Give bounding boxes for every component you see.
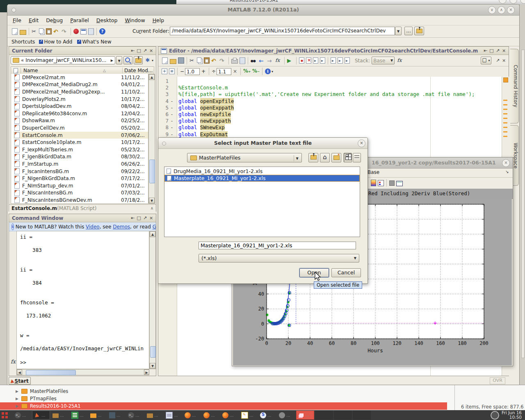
back-icon[interactable]: [259, 57, 265, 64]
expander-icon[interactable]: ▶: [16, 404, 20, 408]
spacing-value-input[interactable]: 1.1: [217, 68, 231, 75]
breadcrumb[interactable]: « InovImager_jwrCF_WINLinx150... ▶: [11, 56, 115, 64]
taskbar-item-screenshot[interactable]: ...: [296, 411, 314, 420]
close-panel-icon[interactable]: ×: [148, 215, 154, 221]
fwd-icon[interactable]: [267, 57, 274, 64]
fx-button[interactable]: fx: [11, 358, 16, 365]
new-folder-button[interactable]: [331, 153, 341, 162]
file-list-scrollbar[interactable]: ▲ ▼: [148, 74, 155, 204]
menu-help[interactable]: Help: [149, 16, 168, 25]
bp-icon[interactable]: [299, 57, 304, 64]
menu-desktop[interactable]: Desktop: [93, 16, 121, 25]
file-row[interactable]: F_IgenBkGrdData.m08/30/2...: [14, 153, 148, 161]
analyzer-mark[interactable]: [503, 122, 507, 123]
maximize-panel-icon[interactable]: □: [488, 48, 495, 53]
new-icon[interactable]: [12, 28, 18, 35]
file-row[interactable]: EstartConsole10plate.m10/17/2...: [14, 139, 148, 146]
up-one-level-button[interactable]: [308, 153, 318, 162]
dialog-file-row[interactable]: Masterplate_16_0921_MI_yor1-2.xls: [164, 175, 360, 182]
taskbar-item-empty[interactable]: [353, 411, 371, 420]
background-scrollbar[interactable]: [521, 50, 525, 358]
sim-icon[interactable]: [73, 29, 79, 34]
dialog-close-icon[interactable]: ×: [358, 139, 365, 147]
analyzer-mark[interactable]: [503, 136, 507, 137]
corner-arrow-icon[interactable]: ↘: [505, 169, 509, 174]
look-in-select[interactable]: MasterPlateFiles ▼: [187, 153, 302, 162]
menu-file[interactable]: File: [9, 16, 25, 25]
taskbar-item-circle[interactable]: ...: [277, 411, 295, 420]
maximize-panel-icon[interactable]: □: [136, 215, 142, 221]
current-folder-dropdown-button[interactable]: ▼: [395, 27, 402, 35]
command-prompt[interactable]: >>: [20, 359, 26, 365]
open-icon[interactable]: [20, 30, 26, 35]
taskbar-item-file-edit[interactable]: ...: [240, 411, 258, 420]
undo-icon[interactable]: [53, 28, 60, 35]
divide-button[interactable]: ÷: [211, 68, 217, 74]
cell-navigate-icon[interactable]: ≡: [169, 68, 175, 74]
step-icon[interactable]: [320, 57, 325, 64]
system-tray-logo-icon[interactable]: [491, 411, 499, 420]
print-icon[interactable]: [231, 59, 238, 64]
figure-close-icon[interactable]: ×: [502, 159, 510, 167]
increase-button[interactable]: +: [200, 68, 207, 74]
taskbar-item-folder[interactable]: ...: [145, 411, 163, 420]
app-launcher-icon[interactable]: [1, 412, 10, 419]
menu-window[interactable]: Window: [121, 16, 148, 25]
taskbar-item-tool[interactable]: ...: [107, 411, 126, 420]
code-line[interactable]: 6-global newExpfile: [159, 111, 502, 118]
address-dropdown-button[interactable]: ▼: [116, 56, 122, 64]
code-line[interactable]: 4-global openExpfile: [159, 98, 502, 105]
file-row[interactable]: DReplicate96to384conv.m12/04/2...: [14, 110, 148, 117]
code-line[interactable]: 2%EstartConsole.m: [159, 84, 502, 91]
menu-parallel[interactable]: Parallel: [66, 16, 93, 25]
taskbar-item-terminal[interactable]: ...: [126, 411, 144, 420]
analyzer-mark[interactable]: [503, 113, 507, 114]
up-folder-button[interactable]: [414, 27, 424, 35]
paste-icon[interactable]: [46, 28, 52, 34]
minimize-button[interactable]: ∨: [488, 6, 496, 14]
zoom-value-input[interactable]: 1.0: [185, 68, 200, 75]
file-row[interactable]: DsuperCellDev.m05/20/2...: [14, 124, 148, 132]
find-icon[interactable]: [251, 57, 257, 64]
analyzer-mark[interactable]: [503, 104, 507, 105]
cut-icon[interactable]: [189, 57, 196, 64]
files-of-type-select[interactable]: (*.xls) ▼: [199, 254, 359, 262]
new-icon[interactable]: [162, 57, 168, 64]
maximize-panel-icon[interactable]: □: [136, 48, 142, 53]
undock-icon[interactable]: ↗: [142, 48, 148, 53]
doc-icon[interactable]: [240, 57, 245, 64]
file-table-header[interactable]: Name △ Date Mod...: [11, 66, 154, 75]
decrease-button[interactable]: −: [179, 68, 185, 74]
grid-view-button[interactable]: [344, 153, 352, 162]
taskbar-item-matlab[interactable]: ...: [32, 411, 50, 420]
menu-debug[interactable]: Debug: [42, 16, 66, 25]
analyzer-status-icon[interactable]: [503, 78, 508, 82]
shortcut-whats-new[interactable]: What's New: [82, 39, 111, 45]
dialog-titlebar[interactable]: Select input Master Plate text file ×: [158, 138, 368, 149]
browse-folder-button[interactable]: ...: [404, 27, 413, 35]
close-panel-icon[interactable]: ×: [501, 48, 507, 53]
step-icon[interactable]: [313, 57, 318, 64]
redo-icon[interactable]: [219, 57, 226, 64]
undock-icon[interactable]: ↗: [495, 58, 501, 63]
console-vscrollbar[interactable]: ▲ ▼: [149, 231, 156, 369]
code-line[interactable]: 8-global SWnewExp: [159, 124, 502, 131]
undo-icon[interactable]: [211, 57, 218, 64]
analyzer-mark[interactable]: [503, 118, 507, 119]
plot-window-icon[interactable]: [396, 181, 403, 186]
taskbar-item-s-circle[interactable]: ...: [258, 411, 276, 420]
file-preview-bar[interactable]: EstartConsole.m (MATLAB Script) ∧: [9, 204, 156, 212]
grayscale-icon[interactable]: [389, 180, 395, 186]
uncomment-button[interactable]: %₋: [252, 68, 260, 75]
undock-icon[interactable]: ↗: [142, 215, 148, 221]
file-row[interactable]: DMPexcel2mat.m11/11/2...: [14, 74, 148, 81]
file-row[interactable]: DshowRaw.m02/25/2...: [14, 117, 148, 125]
code-line[interactable]: 1: [159, 78, 502, 84]
taskbar-item-calc[interactable]: ...: [70, 411, 88, 420]
expander-icon[interactable]: ▶: [16, 397, 20, 401]
file-row[interactable]: F_NImStartup_dev.m07/01/2...: [14, 182, 148, 189]
code-line[interactable]: 5-global openExppath: [159, 105, 502, 111]
details-icon[interactable]: [265, 68, 271, 74]
home-button[interactable]: [320, 153, 330, 162]
menu-edit[interactable]: Edit: [25, 16, 42, 25]
